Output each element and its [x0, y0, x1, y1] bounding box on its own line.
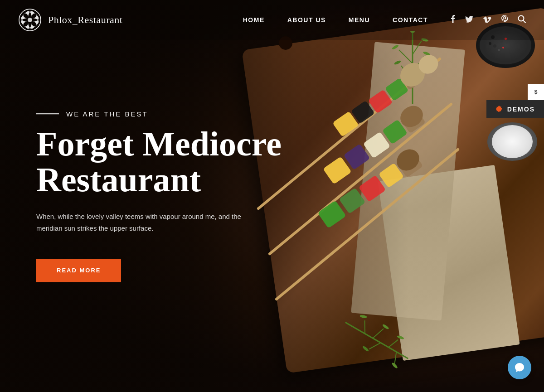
demos-panel: $ DEMOS	[486, 84, 544, 118]
hero-title-line2: Restaurant	[36, 161, 201, 199]
gear-icon	[495, 106, 503, 113]
demos-button[interactable]: DEMOS	[486, 100, 544, 118]
chat-bubble[interactable]	[508, 356, 531, 379]
twitter-icon[interactable]	[465, 16, 473, 24]
pinterest-icon[interactable]	[501, 15, 508, 25]
svg-rect-36	[359, 175, 386, 202]
chat-icon	[514, 362, 525, 373]
logo-area[interactable]: Phlox_Restaurant	[18, 8, 122, 32]
nav-about[interactable]: ABOUT US	[287, 16, 326, 24]
hero-section: Phlox_Restaurant HOME ABOUT US MENU CONT…	[0, 0, 544, 392]
social-links	[451, 15, 526, 25]
demos-s-button[interactable]: $	[528, 84, 544, 100]
logo-icon	[18, 8, 42, 32]
brand-name: Phlox_Restaurant	[48, 14, 122, 26]
kebab-display	[204, 45, 521, 381]
nav-links: HOME ABOUT US MENU CONTACT	[243, 16, 428, 24]
svg-point-44	[28, 18, 32, 22]
read-more-button[interactable]: READ MORE	[36, 259, 121, 282]
navbar: Phlox_Restaurant HOME ABOUT US MENU CONT…	[0, 0, 544, 40]
nav-menu[interactable]: MENU	[349, 16, 370, 24]
svg-rect-34	[317, 200, 346, 228]
spice-dot	[500, 40, 503, 43]
spice-dot-2	[489, 42, 491, 45]
search-icon[interactable]	[518, 15, 526, 25]
nav-home[interactable]: HOME	[243, 16, 265, 24]
nav-contact[interactable]: CONTACT	[393, 16, 428, 24]
facebook-icon[interactable]	[451, 15, 455, 25]
hero-subtitle: WE ARE THE BEST	[66, 110, 148, 118]
subtitle-line	[36, 113, 59, 114]
vimeo-icon[interactable]	[483, 15, 491, 24]
svg-line-46	[523, 20, 525, 23]
demos-label: DEMOS	[507, 106, 535, 113]
